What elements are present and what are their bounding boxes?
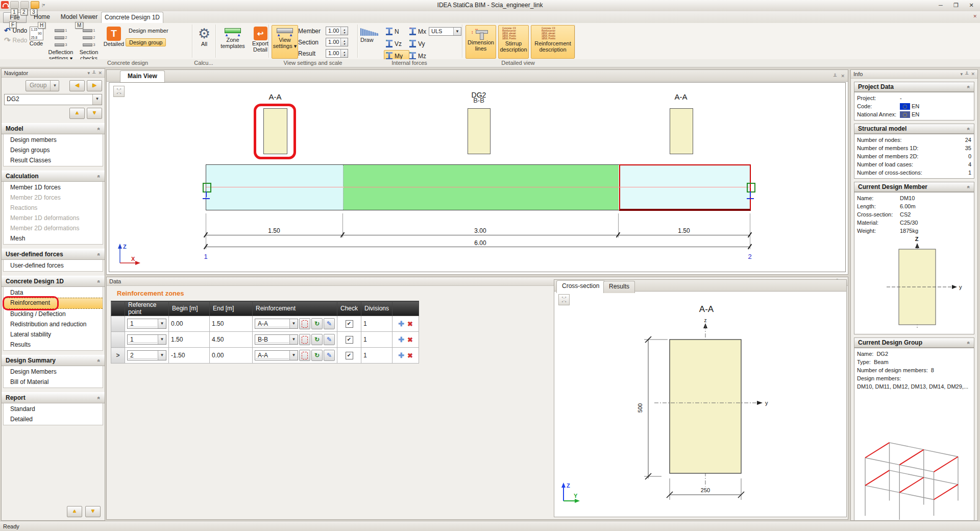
pin-icon[interactable]: ╨ (834, 74, 837, 79)
design-group-button[interactable]: Design group (126, 38, 166, 46)
stirrup-editor-button[interactable]: ↻ (311, 350, 323, 361)
chevron-down-icon[interactable]: ▾ (961, 71, 963, 77)
section-structural-model[interactable]: Structural model« (854, 124, 974, 134)
redo-button[interactable]: ↷Redo (4, 37, 27, 44)
tab-model-viewer[interactable]: Model Viewer (58, 12, 100, 22)
stirrup-editor-button[interactable]: ↻ (311, 318, 323, 329)
nav-item[interactable]: Design Members (4, 367, 103, 377)
row-selector[interactable] (111, 316, 125, 332)
calculate-all-button[interactable]: ⚙ All (195, 26, 213, 47)
divisions-value[interactable]: 1 (361, 348, 393, 364)
nav-item[interactable]: Bill of Material (4, 377, 103, 387)
reinforcement-zone-2[interactable] (344, 165, 619, 210)
zone-outline-button[interactable] (299, 334, 310, 345)
pin-icon[interactable]: ╨ (965, 71, 968, 77)
nav-item[interactable]: User-defined forces (4, 260, 103, 271)
stirrup-editor-button[interactable]: ↻ (311, 334, 323, 345)
reference-point-select[interactable]: 2▼ (127, 350, 166, 360)
down-item-button[interactable]: ▼ (87, 108, 102, 119)
row-selector[interactable]: > (111, 348, 125, 364)
close-icon[interactable]: ✕ (971, 71, 975, 77)
nav-section-model[interactable]: Model« (2, 123, 105, 134)
section-current-design-member[interactable]: Current Design Member« (854, 182, 974, 192)
current-group-select[interactable]: DG2▼ (4, 94, 102, 105)
nav-item[interactable]: Redistribution and reduction (4, 319, 103, 329)
scale-spinner[interactable]: 1.00 ▴▾ (326, 27, 348, 35)
force-button[interactable]: Vy Vy (407, 38, 433, 50)
document-close-icon[interactable]: ✕ (973, 14, 977, 19)
nav-section-design-summary[interactable]: Design Summary« (2, 355, 105, 366)
prev-group-button[interactable]: ◀ (69, 80, 85, 91)
section-current-design-group[interactable]: Current Design Group« (854, 337, 974, 348)
nav-section-user-forces[interactable]: User-defined forces« (2, 249, 105, 260)
zone-outline-button[interactable] (299, 318, 310, 329)
nav-item[interactable]: Detailed (4, 414, 103, 424)
maximize-button[interactable]: ❐ (948, 0, 964, 10)
beam-member[interactable] (206, 164, 751, 210)
divisions-value[interactable]: 1 (361, 332, 393, 348)
draw-button[interactable]: Draw (360, 28, 379, 43)
detailed-button[interactable]: T Detailed (104, 26, 124, 47)
nav-item[interactable]: Design groups (4, 145, 103, 155)
nav-item[interactable]: Results (4, 340, 103, 350)
nav-item[interactable]: Lateral stability (4, 329, 103, 340)
reinforcement-zone-3-selected[interactable] (619, 164, 751, 211)
scale-spinner[interactable]: 1.00 ▴▾ (326, 49, 348, 58)
up-item-button[interactable]: ▲ (69, 108, 85, 119)
group-mode-button[interactable]: Group▼ (26, 80, 59, 91)
row-selector[interactable] (111, 332, 125, 348)
reinforcement-select[interactable]: A-A▼ (255, 350, 298, 360)
nav-item[interactable]: Design members (4, 135, 103, 145)
chevron-down-icon[interactable]: ▾ (88, 70, 90, 76)
stirrup-description-button[interactable]: Concrete: C3Reinforcemer2Ø16, elevati1Ø1… (498, 25, 529, 59)
nav-section-report[interactable]: Report« (2, 392, 105, 403)
add-zone-button[interactable]: ✚ (397, 320, 406, 328)
edit-reinforcement-button[interactable]: ✎ (324, 318, 335, 329)
cross-section-symbol-aa-2[interactable] (670, 108, 693, 154)
reinforcement-description-button[interactable]: Concrete: C3Reinforcemer2Ø16, elevati1Ø1… (531, 25, 575, 59)
tab-concrete-design-1d[interactable]: Concrete Design 1D (101, 12, 163, 24)
nav-section-calculation[interactable]: Calculation« (2, 171, 105, 182)
edit-reinforcement-button[interactable]: ✎ (324, 350, 335, 361)
cross-section-symbol-bb[interactable] (468, 108, 491, 154)
zone-templates-button[interactable]: ▲▲ Zone templates (218, 26, 247, 49)
nav-item[interactable]: Standard (4, 404, 103, 414)
end-value[interactable]: 4.50 (210, 332, 253, 348)
check-checkbox[interactable]: ✔ (346, 320, 353, 328)
reference-point-select[interactable]: 1▼ (127, 334, 166, 345)
add-zone-button[interactable]: ✚ (397, 351, 406, 359)
code-button[interactable]: 1,159025.8 Code (27, 26, 46, 46)
delete-zone-button[interactable]: ✖ (406, 320, 414, 328)
nav-item[interactable]: Member 2D deformations (4, 223, 103, 233)
check-checkbox[interactable]: ✔ (346, 352, 353, 359)
nav-item[interactable]: Member 2D forces (4, 192, 103, 203)
close-icon[interactable]: ✕ (841, 74, 845, 79)
cross-section-symbol-aa-1[interactable] (263, 108, 287, 154)
next-group-button[interactable]: ▶ (87, 80, 102, 91)
load-combination-select[interactable]: ULS▼ (429, 27, 461, 36)
edit-reinforcement-button[interactable]: ✎ (324, 334, 335, 345)
force-button[interactable]: N N (384, 26, 409, 37)
zone-outline-button[interactable] (299, 350, 310, 361)
divisions-value[interactable]: 1 (361, 316, 393, 332)
nav-item[interactable]: Mesh (4, 233, 103, 244)
scale-spinner[interactable]: 1.00 ▴▾ (326, 38, 348, 46)
add-zone-button[interactable]: ✚ (397, 335, 406, 344)
nav-item[interactable]: Member 1D deformations (4, 213, 103, 223)
end-value[interactable]: 1.50 (210, 316, 253, 332)
undo-button[interactable]: ↶Undo (4, 27, 27, 34)
view-settings-button[interactable]: ▲▲ View settings ▾ (272, 25, 298, 59)
force-button[interactable]: Vz Vz (384, 38, 409, 50)
export-detail-button[interactable]: ↩ Export Detail (249, 26, 272, 53)
tab-main-view[interactable]: Main View (120, 70, 165, 83)
nav-item[interactable]: Buckling / Deflection (4, 309, 103, 319)
end-value[interactable]: 0.00 (210, 348, 253, 364)
dimension-lines-button[interactable]: ↔↕ Dimension lines (465, 25, 496, 59)
delete-zone-button[interactable]: ✖ (406, 352, 414, 359)
design-member-button[interactable]: Design member (126, 27, 172, 34)
minimize-button[interactable]: ─ (933, 0, 948, 10)
begin-value[interactable]: 0.00 (169, 316, 210, 332)
nav-item[interactable]: Result Classes (4, 155, 103, 165)
begin-value[interactable]: -1.50 (169, 348, 210, 364)
reinforcement-select[interactable]: A-A▼ (255, 319, 298, 329)
